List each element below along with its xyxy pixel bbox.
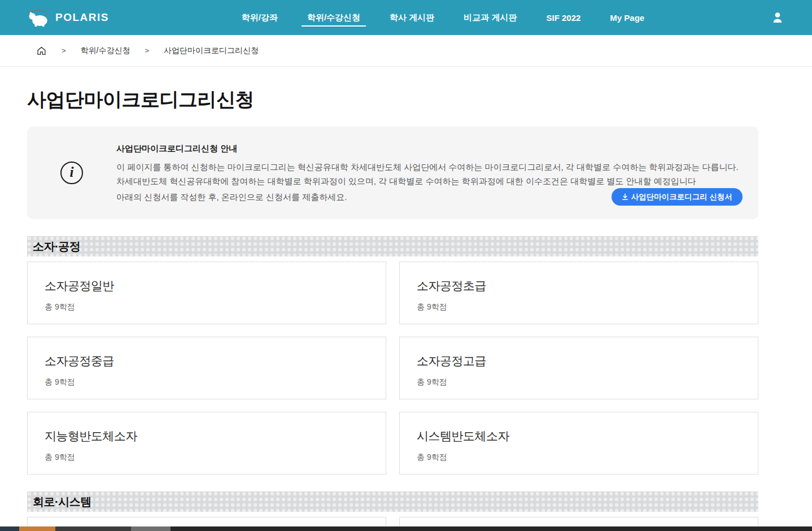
user-icon [771, 11, 784, 24]
sections-container: 소자·공정 소자공정일반 총 9학점 소자공정초급 총 9학점 소자공정중급 총… [27, 236, 758, 531]
taskbar-strip [0, 526, 812, 531]
breadcrumb-item[interactable]: 사업단마이크로디그리신청 [164, 46, 259, 56]
main-nav: 학위/강좌학위/수강신청학사 게시판비교과 게시판SIF 2022My Page [227, 0, 659, 35]
home-icon[interactable] [36, 46, 47, 56]
notice-heading: 사업단마이크로디그리신청 안내 [116, 143, 743, 154]
breadcrumb: > 학위/수강신청 > 사업단마이크로디그리신청 [0, 35, 812, 67]
section-header: 소자·공정 [27, 236, 758, 256]
notice-line-3: 아래의 신청서를 작성한 후, 온라인으로 신청서를 제출하세요. [116, 190, 347, 204]
nav-item[interactable]: 비교과 게시판 [449, 0, 531, 35]
degree-card-title: 소자공정일반 [45, 278, 369, 294]
degree-card-credits: 총 9학점 [45, 377, 369, 388]
notice-box: i 사업단마이크로디그리신청 안내 이 페이지를 통하여 신청하는 마이크로디그… [27, 127, 758, 219]
degree-card[interactable]: 소자공정초급 총 9학점 [399, 262, 758, 324]
main-content: 사업단마이크로디그리신청 i 사업단마이크로디그리신청 안내 이 페이지를 통하… [27, 87, 758, 531]
degree-card-title: 소자공정고급 [417, 353, 741, 369]
degree-card-title: 지능형반도체소자 [45, 428, 369, 444]
nav-item[interactable]: 학위/강좌 [227, 0, 293, 35]
section-header: 회로·시스템 [27, 491, 758, 512]
nav-item[interactable]: SIF 2022 [531, 0, 595, 35]
page-title: 사업단마이크로디그리신청 [27, 87, 758, 113]
brand[interactable]: POLARIS [27, 8, 109, 27]
taskbar-segment [131, 526, 171, 531]
taskbar-segment [55, 526, 131, 531]
section-title: 회로·시스템 [33, 494, 91, 510]
download-application-button[interactable]: 사업단마이크로디그리 신청서 [612, 188, 743, 206]
nav-item[interactable]: 학위/수강신청 [293, 0, 375, 35]
breadcrumb-item[interactable]: 학위/수강신청 [81, 46, 130, 56]
download-button-label: 사업단마이크로디그리 신청서 [631, 192, 732, 202]
info-icon: i [60, 162, 83, 184]
degree-card-credits: 총 9학점 [45, 302, 369, 312]
degree-card-credits: 총 9학점 [417, 302, 741, 312]
polaris-bear-logo-icon [27, 8, 50, 27]
taskbar-segment [0, 526, 19, 531]
degree-card-credits: 총 9학점 [417, 452, 741, 463]
degree-card[interactable]: 소자공정고급 총 9학점 [399, 337, 758, 399]
breadcrumb-chevron-icon: > [62, 46, 66, 55]
user-menu-button[interactable] [768, 8, 787, 27]
degree-card[interactable]: 지능형반도체소자 총 9학점 [27, 412, 386, 475]
section-title: 소자·공정 [33, 239, 80, 254]
degree-card[interactable]: 소자공정중급 총 9학점 [27, 337, 386, 399]
degree-card-credits: 총 9학점 [45, 452, 369, 463]
notice-line-2: 차세대반도체 혁신공유대학에 참여하는 대학별로 학위과정이 있으며, 각 대학… [116, 174, 743, 188]
breadcrumb-chevron-icon: > [145, 46, 149, 55]
brand-name: POLARIS [55, 11, 109, 24]
card-grid: 소자공정일반 총 9학점 소자공정초급 총 9학점 소자공정중급 총 9학점 소… [27, 262, 758, 475]
navbar: POLARIS 학위/강좌학위/수강신청학사 게시판비교과 게시판SIF 202… [0, 0, 812, 35]
degree-card-title: 소자공정중급 [45, 353, 369, 369]
taskbar-segment [19, 526, 55, 531]
degree-card-credits: 총 9학점 [417, 377, 741, 388]
nav-item[interactable]: 학사 게시판 [375, 0, 449, 35]
degree-card-title: 소자공정초급 [417, 278, 741, 294]
notice-line-1: 이 페이지를 통하여 신청하는 마이크로디그리는 혁신공유대학 차세대반도체 사… [116, 160, 743, 174]
taskbar-segment [171, 526, 812, 531]
degree-card-title: 시스템반도체소자 [417, 428, 741, 444]
degree-card[interactable]: 소자공정일반 총 9학점 [27, 262, 386, 324]
download-icon [622, 193, 628, 201]
nav-item[interactable]: My Page [595, 0, 659, 35]
degree-card[interactable]: 시스템반도체소자 총 9학점 [399, 412, 758, 475]
